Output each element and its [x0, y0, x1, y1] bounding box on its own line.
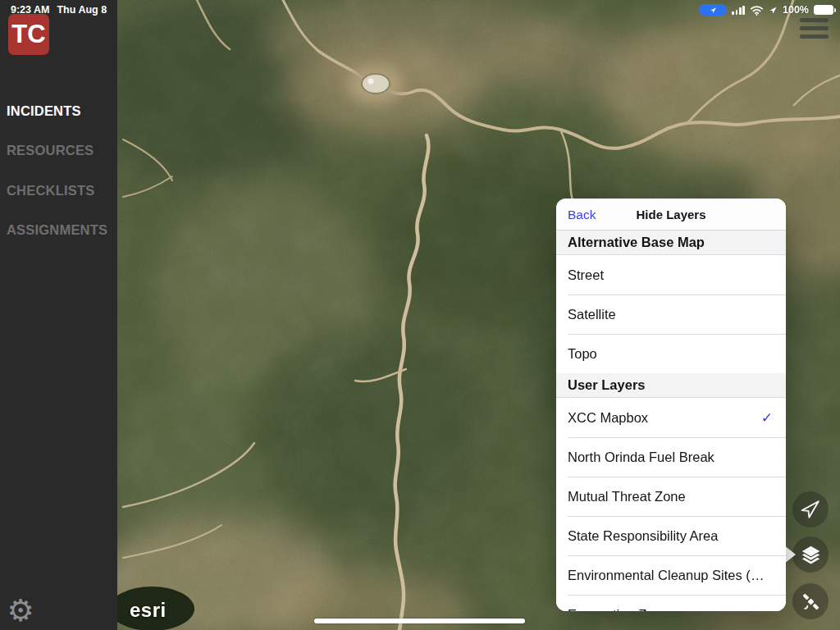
- panel-title: Hide Layers: [636, 208, 705, 221]
- layers-button[interactable]: [792, 536, 829, 573]
- layer-row-satellite[interactable]: Satellite: [556, 294, 786, 334]
- status-bar-right: 100%: [699, 3, 833, 16]
- map-attribution: esri: [130, 599, 167, 622]
- sidebar-menu: INCIDENTSRESOURCESCHECKLISTSASSIGNMENTS: [0, 91, 117, 250]
- navigation-arrow-icon: [710, 7, 717, 14]
- layers-list: Alternative Base MapStreetSatelliteTopoU…: [556, 231, 786, 611]
- layer-label: Environmental Cleanup Sites (E…: [568, 568, 773, 583]
- sidebar-item-incidents[interactable]: INCIDENTS: [0, 91, 117, 131]
- sidebar-item-checklists[interactable]: CHECKLISTS: [0, 171, 117, 211]
- wifi-icon: [750, 5, 764, 16]
- back-button[interactable]: Back: [568, 199, 596, 231]
- layer-label: Street: [568, 267, 773, 283]
- layer-label: North Orinda Fuel Break: [568, 450, 773, 465]
- layer-row-topo[interactable]: Topo: [556, 334, 786, 373]
- layers-panel-header: Back Hide Layers: [556, 199, 786, 231]
- layer-row-environmental-cleanup-sites-e[interactable]: Environmental Cleanup Sites (E…: [556, 555, 786, 595]
- layer-row-evacuation-zones[interactable]: Evacuation Zones: [556, 595, 786, 611]
- cellular-signal-icon: [732, 6, 745, 15]
- layers-icon: [800, 544, 822, 566]
- layer-label: Satellite: [568, 307, 773, 322]
- sidebar-item-resources[interactable]: RESOURCES: [0, 131, 117, 171]
- sidebar: 9:23 AMThu Aug 8 TC INCIDENTSRESOURCESCH…: [0, 0, 117, 630]
- hamburger-menu-icon[interactable]: [800, 18, 829, 43]
- layer-label: State Responsibility Area: [568, 528, 773, 544]
- satellite-layer-button[interactable]: [792, 583, 829, 619]
- locate-arrow-icon: [800, 499, 821, 520]
- location-arrow-icon: [769, 6, 778, 15]
- app-logo[interactable]: TC: [8, 14, 49, 55]
- layer-row-mutual-threat-zone[interactable]: Mutual Threat Zone: [556, 477, 786, 516]
- section-header-alternative-base-map: Alternative Base Map: [556, 231, 786, 255]
- layer-row-state-responsibility-area[interactable]: State Responsibility Area: [556, 516, 786, 555]
- settings-gear-icon[interactable]: ⚙: [5, 596, 36, 627]
- layer-row-street[interactable]: Street: [556, 255, 786, 294]
- status-date: Thu Aug 8: [57, 4, 107, 16]
- locate-me-button[interactable]: [792, 491, 829, 527]
- layer-label: XCC Mapbox: [568, 410, 761, 426]
- layer-label: Evacuation Zones: [568, 607, 773, 612]
- home-indicator[interactable]: [314, 619, 525, 623]
- sidebar-item-assignments[interactable]: ASSIGNMENTS: [0, 211, 117, 251]
- checkmark-icon: ✓: [761, 409, 773, 427]
- layer-row-xcc-mapbox[interactable]: XCC Mapbox✓: [556, 398, 786, 437]
- layers-panel: Back Hide Layers Alternative Base MapStr…: [556, 199, 786, 611]
- layer-label: Mutual Threat Zone: [568, 489, 773, 504]
- battery-icon: [814, 5, 833, 15]
- battery-percent: 100%: [783, 4, 809, 16]
- section-header-user-layers: User Layers: [556, 373, 786, 398]
- layer-row-north-orinda-fuel-break[interactable]: North Orinda Fuel Break: [556, 437, 786, 477]
- satellite-icon: [800, 591, 822, 613]
- location-active-pill: [699, 4, 727, 16]
- layer-label: Topo: [568, 346, 773, 362]
